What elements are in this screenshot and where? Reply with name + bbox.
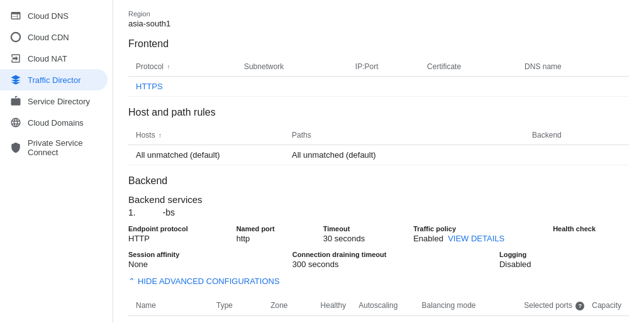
health-check-item: Health check	[553, 225, 629, 234]
logging-item: Logging Disabled	[499, 251, 629, 269]
backend-detail-row2: Session affinity None Connection drainin…	[128, 251, 629, 269]
backends-balancing-mode-value: Max RPS: 10000 (per instance)	[421, 315, 524, 323]
connection-draining-label: Connection draining timeout	[292, 251, 484, 258]
timeout-label: Timeout	[323, 225, 398, 233]
sidebar-item-cloud-domains[interactable]: Cloud Domains	[0, 112, 108, 133]
endpoint-protocol-item: Endpoint protocol HTTP	[128, 225, 221, 243]
sidebar-item-private-service-connect[interactable]: Private Service Connect	[0, 133, 108, 162]
backends-selected-ports-value: 3000	[524, 315, 592, 323]
sidebar-item-service-directory[interactable]: Service Directory	[0, 90, 108, 112]
sidebar-item-cloud-nat-label: Cloud NAT	[28, 54, 67, 63]
backends-col-healthy: Healthy	[321, 296, 359, 315]
region-value: asia-south1	[128, 19, 629, 28]
logging-label: Logging	[499, 251, 629, 258]
cloud-dns-icon	[10, 10, 21, 21]
session-affinity-value: None	[128, 260, 277, 269]
sidebar-item-cloud-cdn[interactable]: Cloud CDN	[0, 26, 108, 48]
backends-healthy-value: ✓ 2 of 2	[321, 315, 359, 323]
frontend-certificate-value	[427, 77, 525, 97]
hosts-sort-icon: ↑	[158, 132, 162, 139]
logging-value: Disabled	[499, 260, 629, 269]
named-port-label: Named port	[236, 225, 308, 233]
frontend-col-subnetwork: Subnetwork	[244, 57, 355, 77]
backends-col-balancing-mode: Balancing mode	[421, 296, 524, 315]
session-affinity-label: Session affinity	[128, 251, 277, 258]
endpoint-protocol-label: Endpoint protocol	[128, 225, 221, 233]
backends-table: Name Type Zone Healthy Autoscaling Balan…	[128, 296, 629, 323]
chevron-up-icon: ⌃	[128, 276, 135, 286]
host-path-paths-value: All unmatched (default)	[292, 145, 532, 165]
connection-draining-item: Connection draining timeout 300 seconds	[292, 251, 484, 269]
named-port-item: Named port http	[236, 225, 308, 243]
frontend-row: HTTPS	[128, 77, 629, 97]
sidebar-item-cloud-dns-label: Cloud DNS	[28, 11, 69, 21]
cloud-nat-icon	[10, 53, 21, 64]
sidebar-item-cloud-cdn-label: Cloud CDN	[28, 33, 69, 42]
frontend-col-dns-name: DNS name	[525, 57, 629, 77]
host-path-section: Host and path rules Hosts ↑ Paths Backen…	[128, 107, 629, 165]
traffic-director-icon	[10, 74, 21, 85]
backend-services-title: Backend services	[128, 194, 629, 205]
hide-advanced-link[interactable]: ⌃ HIDE ADVANCED CONFIGURATIONS	[128, 276, 629, 286]
main-content: Region asia-south1 Frontend Protocol ↑ S…	[113, 0, 644, 323]
backends-col-type: Type	[216, 296, 270, 315]
backends-col-zone: Zone	[270, 296, 320, 315]
private-service-connect-icon	[10, 142, 21, 153]
sidebar-item-private-service-connect-label: Private Service Connect	[28, 138, 97, 157]
backends-col-name: Name	[128, 296, 216, 315]
session-affinity-item: Session affinity None	[128, 251, 277, 269]
timeout-item: Timeout 30 seconds	[323, 225, 398, 243]
traffic-policy-value: Enabled VIEW DETAILS	[413, 234, 538, 243]
host-path-col-hosts[interactable]: Hosts ↑	[128, 126, 292, 145]
sidebar: Cloud DNS Cloud CDN Cloud NAT Traffic Di…	[0, 0, 113, 323]
traffic-policy-item: Traffic policy Enabled VIEW DETAILS	[413, 225, 538, 243]
selected-ports-help-icon[interactable]: ?	[575, 302, 584, 310]
frontend-protocol-value: HTTPS	[128, 77, 244, 97]
backends-zone-value: asia-south1-a	[270, 315, 320, 323]
frontend-dns-name-value	[525, 77, 629, 97]
named-port-value: http	[236, 234, 308, 243]
backends-row: Instance group asia-south1-a ✓ 2 of 2 No…	[128, 315, 629, 323]
frontend-table: Protocol ↑ Subnetwork IP:Port Certificat…	[128, 57, 629, 97]
backends-autoscaling-value: No configuration	[358, 315, 421, 323]
backend-detail-row1: Endpoint protocol HTTP Named port http T…	[128, 225, 629, 243]
region-section: Region asia-south1	[128, 10, 629, 28]
health-check-label: Health check	[553, 225, 629, 233]
backends-col-autoscaling: Autoscaling	[358, 296, 421, 315]
backends-col-capacity: Capacity	[592, 296, 629, 315]
cloud-cdn-icon	[10, 31, 21, 43]
endpoint-protocol-value: HTTP	[128, 234, 221, 243]
frontend-title: Frontend	[128, 38, 629, 50]
frontend-col-certificate: Certificate	[427, 57, 525, 77]
host-path-title: Host and path rules	[128, 107, 629, 118]
region-label: Region	[128, 10, 629, 18]
cloud-domains-icon	[10, 117, 21, 128]
timeout-value: 30 seconds	[323, 234, 398, 243]
backend-section: Backend Backend services 1. -bs Endpoint…	[128, 175, 629, 323]
backends-col-selected-ports: Selected ports ?	[524, 296, 592, 315]
service-directory-icon	[10, 96, 21, 107]
sidebar-item-cloud-domains-label: Cloud Domains	[28, 118, 84, 128]
backend-title: Backend	[128, 175, 629, 187]
connection-draining-value: 300 seconds	[292, 260, 484, 269]
sidebar-item-traffic-director-label: Traffic Director	[28, 75, 81, 85]
host-path-col-backend: Backend	[532, 126, 629, 145]
sidebar-item-traffic-director[interactable]: Traffic Director	[0, 69, 108, 90]
host-path-backend-value	[532, 145, 629, 165]
frontend-ip-port-value	[355, 77, 427, 97]
frontend-section: Frontend Protocol ↑ Subnetwork IP:Port C…	[128, 38, 629, 97]
sidebar-item-service-directory-label: Service Directory	[28, 97, 90, 106]
backend-service-number-name: 1. -bs	[128, 207, 629, 217]
host-path-table: Hosts ↑ Paths Backend All unmatched (def…	[128, 126, 629, 165]
view-details-link[interactable]: VIEW DETAILS	[448, 234, 504, 243]
traffic-policy-label: Traffic policy	[413, 225, 538, 233]
frontend-col-ip-port: IP:Port	[355, 57, 427, 77]
backends-name-value	[128, 315, 216, 323]
host-path-col-paths: Paths	[292, 126, 532, 145]
frontend-subnetwork-value	[244, 77, 355, 97]
sidebar-item-cloud-nat[interactable]: Cloud NAT	[0, 48, 108, 69]
sidebar-item-cloud-dns[interactable]: Cloud DNS	[0, 5, 108, 26]
backends-type-value: Instance group	[216, 315, 270, 323]
frontend-col-protocol[interactable]: Protocol ↑	[128, 57, 244, 77]
protocol-sort-icon: ↑	[167, 63, 170, 70]
